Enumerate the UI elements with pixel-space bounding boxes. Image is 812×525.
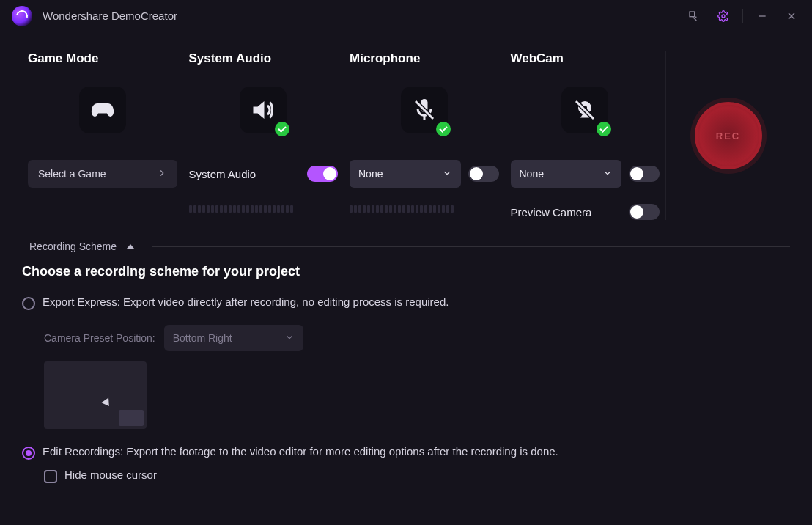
export-express-option[interactable]: Export Express: Export video directly af… xyxy=(0,291,812,315)
app-title: Wondershare DemoCreator xyxy=(43,10,177,22)
rec-col: REC xyxy=(665,51,790,220)
edit-recordings-label: Edit Recordings: Export the footage to t… xyxy=(43,445,558,458)
record-label: REC xyxy=(716,131,740,142)
camera-position-label: Camera Preset Position: xyxy=(44,332,155,344)
svg-rect-0 xyxy=(690,12,695,17)
scheme-section-header[interactable]: Recording Scheme xyxy=(0,220,812,260)
edit-recordings-option[interactable]: Edit Recordings: Export the footage to t… xyxy=(0,441,812,464)
system-audio-label: System Audio xyxy=(189,168,256,180)
hide-cursor-checkbox[interactable] xyxy=(44,470,57,483)
camera-position-preview xyxy=(44,361,147,429)
divider xyxy=(152,246,790,247)
microphone-col: Microphone None xyxy=(344,51,505,220)
webcam-toggle[interactable] xyxy=(629,166,660,182)
hide-cursor-label: Hide mouse cursor xyxy=(64,469,157,481)
gamepad-icon xyxy=(79,87,126,133)
export-express-label: Export Express: Export video directly af… xyxy=(43,295,449,308)
system-audio-level xyxy=(189,205,339,213)
check-badge-icon xyxy=(597,122,611,136)
hide-cursor-option[interactable]: Hide mouse cursor xyxy=(0,464,812,483)
microphone-title: Microphone xyxy=(350,51,499,66)
close-button[interactable] xyxy=(777,1,806,31)
titlebar-separator xyxy=(742,9,743,23)
camera-position-value: Bottom Right xyxy=(173,332,232,344)
speaker-icon xyxy=(240,87,287,133)
game-mode-title: Game Mode xyxy=(28,51,177,66)
record-button[interactable]: REC xyxy=(695,102,762,169)
check-badge-icon xyxy=(275,122,289,136)
edit-recordings-radio[interactable] xyxy=(22,447,35,460)
scheme-heading: Choose a recording scheme for your proje… xyxy=(0,260,812,291)
chevron-down-icon xyxy=(602,168,613,180)
webcam-dropdown[interactable]: None xyxy=(511,160,622,188)
webcam-title: WebCam xyxy=(511,51,660,66)
webcam-selected: None xyxy=(520,168,544,180)
scheme-section-label: Recording Scheme xyxy=(29,241,117,252)
caret-up-icon xyxy=(127,244,134,249)
mic-off-icon xyxy=(401,87,448,133)
export-express-radio[interactable] xyxy=(22,297,35,310)
webcam-col: WebCam None Preview Camera xyxy=(505,51,666,220)
microphone-dropdown[interactable]: None xyxy=(350,160,461,188)
cursor-arrow-icon xyxy=(101,397,113,408)
capture-tool-icon[interactable] xyxy=(679,1,709,31)
preview-camera-label: Preview Camera xyxy=(511,206,592,219)
system-audio-title: System Audio xyxy=(189,51,339,66)
preview-camera-toggle[interactable] xyxy=(629,204,660,220)
system-audio-toggle[interactable] xyxy=(307,166,338,182)
microphone-selected: None xyxy=(358,168,383,180)
system-audio-col: System Audio System Audio xyxy=(183,51,344,220)
check-badge-icon xyxy=(436,122,451,136)
camera-overlay-preview xyxy=(119,410,144,426)
settings-icon[interactable] xyxy=(709,1,738,31)
chevron-down-icon xyxy=(284,332,295,345)
app-logo xyxy=(12,6,32,26)
select-game-dropdown[interactable]: Select a Game xyxy=(28,160,177,188)
minimize-button[interactable] xyxy=(748,1,777,31)
titlebar: Wondershare DemoCreator xyxy=(0,0,812,32)
options-row: Game Mode Select a Game System Audio Sys… xyxy=(0,32,812,220)
camera-position-dropdown[interactable]: Bottom Right xyxy=(164,325,303,351)
microphone-toggle[interactable] xyxy=(468,166,499,182)
camera-position-row: Camera Preset Position: Bottom Right xyxy=(0,315,812,354)
microphone-level xyxy=(350,205,499,213)
game-mode-col: Game Mode Select a Game xyxy=(22,51,183,220)
select-game-label: Select a Game xyxy=(38,168,106,180)
chevron-right-icon xyxy=(157,168,167,180)
webcam-off-icon xyxy=(561,87,608,133)
svg-point-1 xyxy=(722,15,725,18)
chevron-down-icon xyxy=(442,168,452,180)
